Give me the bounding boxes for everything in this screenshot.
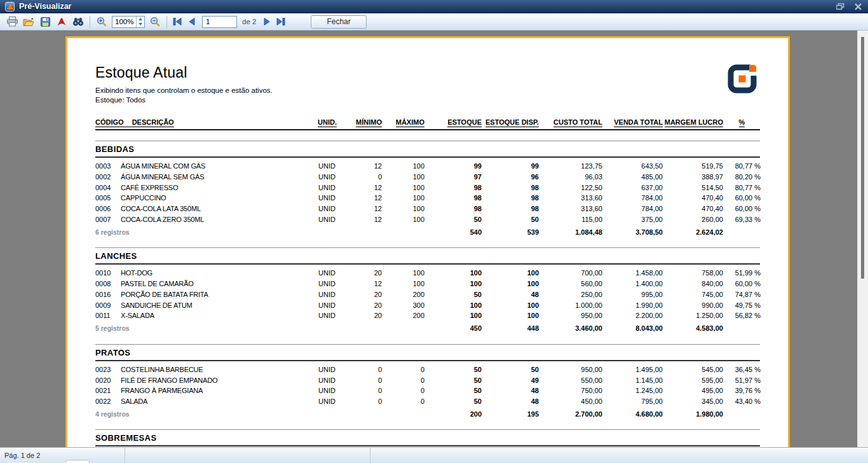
cell-maximo: 200 [382, 291, 424, 298]
report-section: SOBREMESAS0013BOLO DE CHOCOLATEUNID20200… [95, 429, 760, 447]
close-preview-button[interactable]: Fechar [311, 15, 366, 29]
report-page: Estoque Atual Exibindo itens que control… [65, 36, 790, 447]
cell-maximo: 100 [382, 269, 424, 277]
cell-minimo: 0 [349, 387, 382, 394]
statusbar-fragment [65, 460, 90, 463]
first-page-button[interactable] [170, 15, 184, 29]
col-percent: % [739, 118, 745, 127]
save-button[interactable] [37, 15, 53, 29]
page-number-input[interactable] [202, 16, 237, 28]
cell-unid: UNID [318, 366, 349, 373]
cell-minimo: 20 [349, 312, 382, 319]
cell-margem: 840,00 [663, 280, 723, 287]
cell-margem: 758,00 [663, 269, 723, 277]
previous-page-button[interactable] [184, 15, 198, 29]
window-title: Pré-Visualizar [19, 2, 71, 11]
cell-venda: 485,00 [602, 173, 663, 181]
print-button[interactable] [4, 15, 20, 29]
cell-percent: 36,45 % [723, 366, 761, 373]
cell-custo: 313,60 [539, 205, 602, 212]
cell-descricao: COSTELINHA BARBECUE [121, 366, 318, 373]
zoom-in-button[interactable] [93, 15, 110, 29]
cell-margem: 519,75 [663, 162, 723, 170]
preview-workspace: Estoque Atual Exibindo itens que control… [0, 31, 868, 447]
cell-minimo: 12 [349, 205, 382, 212]
cell-minimo: 12 [349, 162, 382, 170]
cell-codigo: 0008 [95, 280, 121, 287]
open-file-button[interactable] [20, 15, 37, 29]
cell-custo: 1.000,00 [539, 301, 602, 309]
cell-descricao: FILÉ DE FRANGO EMPANADO [121, 377, 318, 384]
close-icon[interactable] [853, 2, 863, 11]
restore-icon[interactable] [835, 2, 845, 11]
col-codigo: CÓDIGO [95, 118, 124, 126]
cell-unid: UNID [318, 397, 349, 405]
vertical-scrollbar[interactable] [857, 31, 868, 447]
status-page-indicator: Pág. 1 de 2 [0, 448, 125, 463]
total-value: 540 [424, 228, 482, 236]
cell-estoque-disp: 48 [482, 387, 539, 394]
toolbar-separator [166, 16, 167, 28]
cell-venda: 784,00 [602, 205, 663, 212]
table-row: 0009SANDUICHE DE ATUMUNID203001001001.00… [95, 300, 760, 310]
zoom-spin-up-icon[interactable] [137, 17, 144, 22]
total-value: 195 [482, 410, 539, 418]
cell-custo: 700,00 [539, 269, 602, 277]
cell-percent: 51,99 % [723, 269, 761, 277]
cell-venda: 1.990,00 [602, 301, 663, 309]
total-value: 2.700,00 [539, 410, 602, 418]
cell-percent: 74,87 % [723, 291, 761, 298]
cell-percent: 56,82 % [723, 312, 761, 319]
cell-estoque-disp: 100 [482, 269, 539, 277]
report-section: BEBIDAS0003ÁGUA MINERAL COM GÁSUNID12100… [95, 141, 760, 237]
cell-estoque-disp: 48 [482, 291, 539, 298]
cell-venda: 795,00 [602, 397, 663, 405]
cell-descricao: COCA-COLA ZERO 350ML [121, 216, 318, 223]
scrollbar-thumb[interactable] [861, 37, 864, 279]
next-page-button[interactable] [260, 15, 274, 29]
cell-margem: 545,00 [663, 366, 723, 373]
app-icon [5, 2, 15, 11]
cell-percent: 80,20 % [723, 173, 761, 181]
report-header: Estoque Atual Exibindo itens que control… [67, 38, 788, 105]
cell-estoque: 50 [424, 216, 482, 223]
col-margem-lucro: MARGEM LUCRO [665, 118, 723, 127]
cell-minimo: 12 [349, 216, 382, 223]
cell-percent: 60,00 % [723, 280, 761, 287]
zoom-spinner[interactable] [136, 17, 144, 27]
zoom-spin-down-icon[interactable] [137, 22, 144, 27]
cell-maximo: 100 [382, 280, 424, 287]
table-row: 0008PASTEL DE CAMARÃOUNID12100100100560,… [95, 279, 760, 289]
find-button[interactable] [70, 15, 86, 29]
cell-minimo: 20 [349, 301, 382, 309]
toolbar-separator [90, 16, 90, 28]
table-row: 0004CAFÉ EXPRESSOUNID121009898122,50637,… [95, 182, 760, 193]
cell-custo: 560,00 [539, 280, 602, 287]
total-value: 450 [424, 324, 482, 332]
page-count-label: de 2 [242, 18, 256, 25]
cell-estoque-disp: 99 [482, 162, 539, 170]
cell-margem: 495,00 [663, 387, 723, 394]
status-cell [370, 448, 868, 463]
zoom-level-field[interactable]: 100% [112, 16, 145, 28]
cell-codigo: 0002 [95, 173, 121, 181]
report-section: LANCHES0010HOT-DOGUNID20100100100700,001… [95, 247, 760, 333]
cell-maximo: 0 [382, 397, 424, 405]
last-page-button[interactable] [274, 15, 288, 29]
total-value: 539 [482, 228, 539, 236]
cell-margem: 260,00 [663, 216, 723, 223]
export-pdf-button[interactable] [53, 15, 70, 29]
total-value: 448 [482, 324, 539, 332]
cell-estoque-disp: 96 [482, 173, 539, 181]
status-cell [125, 448, 370, 463]
cell-custo: 313,60 [539, 194, 602, 202]
cell-unid: UNID [318, 162, 349, 170]
cell-maximo: 100 [382, 205, 424, 212]
cell-venda: 637,00 [602, 184, 663, 191]
cell-margem: 595,00 [663, 377, 723, 384]
section-title: BEBIDAS [95, 141, 760, 158]
zoom-out-button[interactable] [147, 15, 163, 29]
cell-estoque: 50 [424, 387, 482, 394]
table-row: 0023COSTELINHA BARBECUEUNID005050950,001… [95, 364, 760, 375]
cell-unid: UNID [318, 269, 349, 277]
